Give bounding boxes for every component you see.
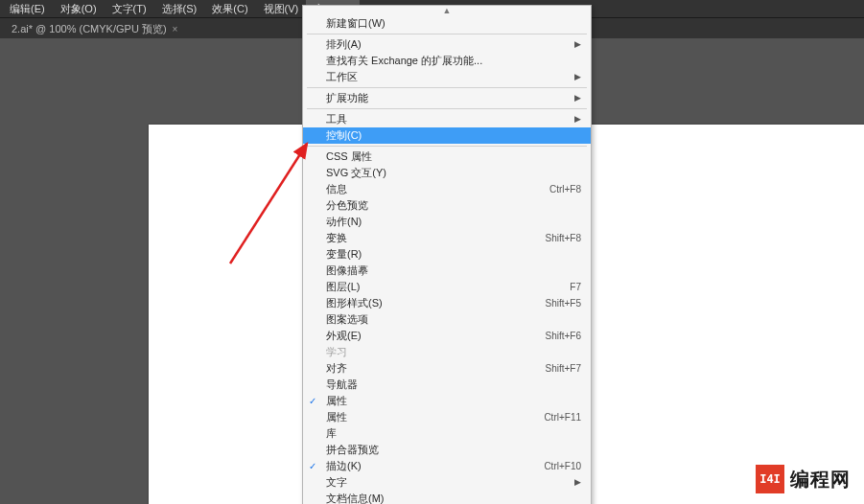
menu-item-label: CSS 属性 bbox=[326, 149, 372, 165]
shortcut-label: Shift+F7 bbox=[545, 360, 581, 377]
menu-view[interactable]: 视图(V) bbox=[256, 0, 307, 18]
menu-item-label: 对齐 bbox=[326, 360, 347, 377]
menu-item-label: 拼合器预览 bbox=[326, 442, 379, 458]
menu-navigator[interactable]: 导航器 bbox=[303, 377, 591, 393]
menu-learn: 学习 bbox=[303, 344, 591, 360]
menu-separator bbox=[307, 146, 587, 147]
menu-variables[interactable]: 变量(R) bbox=[303, 246, 591, 263]
menu-find-exchange[interactable]: 查找有关 Exchange 的扩展功能... bbox=[303, 53, 591, 69]
menu-image-trace[interactable]: 图像描摹 bbox=[303, 263, 591, 279]
chevron-right-icon: ▶ bbox=[574, 36, 581, 53]
menu-item-label: 文字 bbox=[326, 474, 347, 491]
menu-item-label: 分色预览 bbox=[326, 197, 368, 214]
menu-item-label: 工作区 bbox=[326, 69, 358, 85]
menu-item-label: 变量(R) bbox=[326, 246, 362, 263]
check-icon: ✓ bbox=[309, 393, 316, 409]
shortcut-label: Shift+F8 bbox=[545, 230, 581, 246]
menu-select[interactable]: 选择(S) bbox=[154, 0, 205, 18]
menu-pattern-options[interactable]: 图案选项 bbox=[303, 311, 591, 328]
menu-separator bbox=[307, 108, 587, 109]
check-icon: ✓ bbox=[309, 458, 316, 474]
menu-item-label: 导航器 bbox=[326, 377, 358, 393]
menu-new-window[interactable]: 新建窗口(W) bbox=[303, 15, 591, 32]
menu-item-label: 动作(N) bbox=[326, 214, 362, 230]
menu-item-label: 外观(E) bbox=[326, 328, 362, 344]
menu-libraries[interactable]: 库 bbox=[303, 425, 591, 442]
menu-item-label: 库 bbox=[326, 425, 337, 442]
menu-separation-preview[interactable]: 分色预览 bbox=[303, 197, 591, 214]
menu-item-label: 图案选项 bbox=[326, 311, 368, 328]
close-icon[interactable]: × bbox=[173, 24, 178, 34]
menu-item-label: 变换 bbox=[326, 230, 347, 246]
scroll-up-icon[interactable]: ▲ bbox=[303, 6, 591, 15]
menu-css-properties[interactable]: CSS 属性 bbox=[303, 149, 591, 165]
menu-item-label: 查找有关 Exchange 的扩展功能... bbox=[326, 53, 482, 69]
menu-item-label: 图层(L) bbox=[326, 279, 360, 295]
chevron-right-icon: ▶ bbox=[574, 111, 581, 127]
chevron-right-icon: ▶ bbox=[574, 90, 581, 106]
menu-align[interactable]: 对齐Shift+F7 bbox=[303, 360, 591, 377]
menu-tools[interactable]: 工具▶ bbox=[303, 111, 591, 127]
menu-layers[interactable]: 图层(L)F7 bbox=[303, 279, 591, 295]
menu-item-label: 信息 bbox=[326, 181, 347, 197]
menu-document-info[interactable]: 文档信息(M) bbox=[303, 491, 591, 504]
shortcut-label: Ctrl+F8 bbox=[549, 181, 581, 197]
menu-item-label: 描边(K) bbox=[326, 458, 362, 474]
menu-type[interactable]: 文字▶ bbox=[303, 474, 591, 491]
menu-separator bbox=[307, 34, 587, 34]
menu-workspace[interactable]: 工作区▶ bbox=[303, 69, 591, 85]
menu-stroke[interactable]: ✓描边(K)Ctrl+F10 bbox=[303, 458, 591, 474]
menu-appearance[interactable]: 外观(E)Shift+F6 bbox=[303, 328, 591, 344]
menu-text[interactable]: 文字(T) bbox=[105, 0, 154, 18]
shortcut-label: F7 bbox=[570, 279, 581, 295]
menu-extensions[interactable]: 扩展功能▶ bbox=[303, 90, 591, 106]
menu-separator bbox=[307, 87, 587, 88]
menu-item-label: 文档信息(M) bbox=[326, 491, 385, 504]
logo-icon: I4I bbox=[756, 465, 784, 493]
menu-item-label: 控制(C) bbox=[326, 127, 362, 144]
menu-item-label: SVG 交互(Y) bbox=[326, 165, 386, 181]
window-menu-dropdown: ▲ 新建窗口(W) 排列(A)▶ 查找有关 Exchange 的扩展功能... … bbox=[302, 5, 592, 504]
menu-flattener-preview[interactable]: 拼合器预览 bbox=[303, 442, 591, 458]
document-tab[interactable]: 2.ai* @ 100% (CMYK/GPU 预览) × bbox=[6, 19, 183, 39]
menu-edit[interactable]: 编辑(E) bbox=[2, 0, 53, 18]
menu-graphic-styles[interactable]: 图形样式(S)Shift+F5 bbox=[303, 295, 591, 311]
menu-effect[interactable]: 效果(C) bbox=[204, 0, 255, 18]
menu-item-label: 图像描摹 bbox=[326, 263, 368, 279]
shortcut-label: Ctrl+F10 bbox=[544, 458, 581, 474]
shortcut-label: Shift+F6 bbox=[545, 328, 581, 344]
menu-item-label: 扩展功能 bbox=[326, 90, 368, 106]
menu-arrange[interactable]: 排列(A)▶ bbox=[303, 36, 591, 53]
menu-transform[interactable]: 变换Shift+F8 bbox=[303, 230, 591, 246]
menu-properties[interactable]: 属性Ctrl+F11 bbox=[303, 409, 591, 425]
shortcut-label: Ctrl+F11 bbox=[544, 409, 581, 425]
menu-actions[interactable]: 动作(N) bbox=[303, 214, 591, 230]
menu-object[interactable]: 对象(O) bbox=[53, 0, 105, 18]
chevron-right-icon: ▶ bbox=[574, 69, 581, 85]
menu-item-label: 排列(A) bbox=[326, 36, 362, 53]
shortcut-label: Shift+F5 bbox=[545, 295, 581, 311]
menu-control[interactable]: 控制(C) bbox=[303, 127, 591, 144]
menu-item-label: 图形样式(S) bbox=[326, 295, 383, 311]
menu-svg-interactivity[interactable]: SVG 交互(Y) bbox=[303, 165, 591, 181]
logo-text: 编程网 bbox=[790, 467, 851, 493]
chevron-right-icon: ▶ bbox=[574, 474, 581, 491]
menu-item-label: 属性 bbox=[326, 409, 347, 425]
menu-item-label: 属性 bbox=[326, 393, 347, 409]
menu-item-label: 新建窗口(W) bbox=[326, 15, 385, 32]
site-watermark: I4I 编程网 bbox=[748, 460, 858, 498]
menu-item-label: 工具 bbox=[326, 111, 347, 127]
menu-info[interactable]: 信息Ctrl+F8 bbox=[303, 181, 591, 197]
menu-attributes[interactable]: ✓属性 bbox=[303, 393, 591, 409]
menu-item-label: 学习 bbox=[326, 344, 347, 360]
document-tab-label: 2.ai* @ 100% (CMYK/GPU 预览) bbox=[12, 22, 167, 36]
